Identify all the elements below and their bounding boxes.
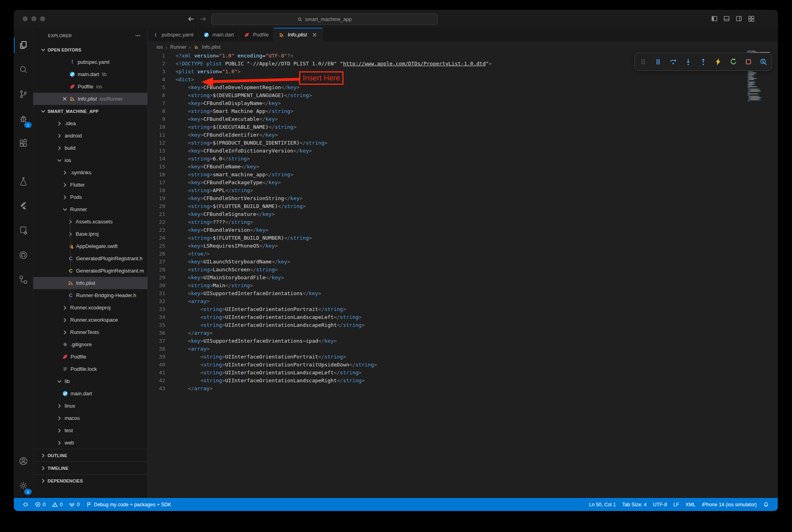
status-item-remote-indicator[interactable] — [19, 498, 32, 511]
open-editors-label: OPEN EDITORS — [48, 48, 81, 52]
status-item-language-mode[interactable]: XML — [682, 502, 699, 507]
section-header-outline[interactable]: OUTLINE — [33, 449, 147, 461]
tree-item-RunnerTests[interactable]: RunnerTests — [33, 326, 147, 338]
tree-item-Pods[interactable]: Pods — [33, 191, 147, 203]
tree-item-linux[interactable]: linux — [33, 400, 147, 412]
tree-item-Base.lproj[interactable]: Base.lproj — [33, 228, 147, 240]
tree-item-Flutter[interactable]: Flutter — [33, 179, 147, 191]
tab-Podfile[interactable]: Podfile — [239, 28, 274, 42]
activity-bar-item-accounts[interactable] — [14, 449, 33, 473]
tree-item-.symlinks[interactable]: .symlinks — [33, 166, 147, 179]
activity-bar-item-extensions[interactable] — [14, 131, 33, 156]
stop-icon[interactable] — [744, 57, 753, 66]
status-item-errors[interactable]: 0 — [32, 498, 49, 511]
close-tab-icon[interactable] — [311, 32, 318, 38]
close-editor-button[interactable] — [60, 95, 69, 102]
traffic-light-minimize[interactable] — [31, 16, 36, 21]
status-item-warnings[interactable]: 0 — [49, 498, 66, 511]
status-item-debug-session[interactable]: Debug my code + packages + SDK — [83, 498, 174, 511]
minimap-line — [747, 96, 775, 97]
tree-item-Runner.xcodeproj[interactable]: Runner.xcodeproj — [33, 301, 147, 314]
activity-bar-item-testing[interactable] — [14, 169, 33, 194]
step-over-icon[interactable] — [669, 57, 677, 66]
status-item-indentation[interactable]: Tab Size: 4 — [619, 502, 650, 507]
tree-item-GeneratedPluginRegistrant.h[interactable]: CGeneratedPluginRegistrant.h — [33, 252, 147, 265]
tree-item-Info.plist[interactable]: Info.plist — [33, 277, 147, 289]
file-label: Info.plist — [78, 96, 97, 102]
tree-item-Runner[interactable]: Runner — [33, 203, 147, 215]
open-editor-pubspec.yaml[interactable]: !pubspec.yaml — [33, 56, 147, 68]
tree-item-macos[interactable]: macos — [33, 412, 147, 424]
activity-bar-item-dart-devtools[interactable] — [14, 218, 33, 243]
tree-item-ios[interactable]: ios — [33, 154, 147, 166]
open-editors-header[interactable]: OPEN EDITORS — [33, 44, 147, 56]
open-editor-Info.plist[interactable]: Info.plistios/Runner — [33, 93, 147, 105]
open-editor-main.dart[interactable]: main.dartlib — [33, 68, 147, 80]
status-item-ports[interactable]: 0 — [66, 498, 83, 511]
plist-icon — [194, 44, 199, 50]
svg-text:C: C — [69, 292, 73, 298]
status-item-cursor-position[interactable]: Ln 50, Col 1 — [586, 502, 619, 507]
status-item-encoding[interactable]: UTF-8 — [650, 502, 670, 507]
traffic-light-zoom[interactable] — [40, 16, 45, 21]
tab-Info.plist[interactable]: Info.plist — [274, 28, 323, 42]
step-out-icon[interactable] — [699, 57, 708, 66]
tree-item-main.dart[interactable]: main.dart — [33, 387, 147, 400]
breadcrumb-file[interactable]: Info.plist — [202, 44, 221, 50]
tree-item-Runner.xcworkspace[interactable]: Runner.xcworkspace — [33, 314, 147, 326]
tree-item-lib[interactable]: lib — [33, 375, 147, 387]
activity-bar-item-explorer[interactable] — [14, 33, 33, 57]
inspector-icon[interactable] — [759, 57, 768, 66]
tree-item-test[interactable]: test — [33, 424, 147, 437]
activity-bar-item-flutter[interactable] — [14, 194, 33, 218]
toggle-panel-icon[interactable] — [723, 15, 730, 22]
section-header-dependencies[interactable]: DEPENDENCIES — [33, 474, 147, 487]
tree-item-android[interactable]: android — [33, 130, 147, 142]
step-into-icon[interactable] — [684, 57, 693, 66]
traffic-light-close[interactable] — [23, 16, 28, 21]
toggle-secondary-sidebar-icon[interactable] — [735, 15, 742, 22]
tree-item-.idea[interactable]: .idea — [33, 117, 147, 130]
tree-item-Podfile.lock[interactable]: Podfile.lock — [33, 363, 147, 375]
code-line: 7 <key>CFBundleDisplayName</key> — [148, 99, 778, 107]
code-editor[interactable]: Insert Here 1<?xml version="1.0" encodin… — [148, 52, 778, 498]
tree-item-Podfile[interactable]: Podfile — [33, 351, 147, 363]
tree-item-AppDelegate.swift[interactable]: AppDelegate.swift — [33, 240, 147, 252]
status-item-flutter-device[interactable]: iPhone 14 (ios simulator) — [699, 502, 760, 507]
breadcrumb[interactable]: ios›Runner›Info.plist — [148, 42, 778, 52]
hot-reload-icon[interactable] — [714, 57, 723, 66]
customize-layout-icon[interactable] — [748, 15, 755, 22]
tab-main.dart[interactable]: main.dart — [198, 28, 239, 42]
activity-bar-item-settings[interactable]: 1 — [14, 473, 33, 498]
restart-icon[interactable] — [729, 57, 738, 66]
tree-item-web[interactable]: web — [33, 437, 147, 449]
status-item-notifications[interactable] — [760, 501, 772, 507]
breadcrumb-segment[interactable]: ios — [156, 44, 163, 50]
command-center-search[interactable]: smart_machine_app — [211, 13, 438, 25]
activity-bar-item-search[interactable] — [14, 57, 33, 82]
activity-bar-item-run-and-debug[interactable]: 1 — [14, 107, 33, 131]
tab-label: main.dart — [212, 32, 234, 38]
tree-item-build[interactable]: build — [33, 142, 147, 154]
open-editor-Podfile[interactable]: Podfileios — [33, 80, 147, 93]
forward-icon[interactable] — [199, 15, 207, 23]
back-icon[interactable] — [187, 15, 195, 23]
breadcrumb-segment[interactable]: Runner — [170, 44, 186, 50]
tree-item-GeneratedPluginRegistrant.m[interactable]: CGeneratedPluginRegistrant.m — [33, 265, 147, 277]
activity-bar-item-github[interactable] — [14, 243, 33, 267]
pause-icon[interactable] — [654, 57, 662, 66]
tree-item-Assets.xcassets[interactable]: Assets.xcassets — [33, 215, 147, 228]
project-header[interactable]: SMART_MACHINE_APP — [33, 105, 147, 117]
toggle-primary-sidebar-icon[interactable] — [711, 15, 718, 22]
tab-pubspec.yaml[interactable]: !pubspec.yaml — [148, 28, 198, 42]
activity-bar-item-references[interactable] — [14, 267, 33, 292]
debug-alt-icon — [86, 501, 92, 507]
section-header-timeline[interactable]: TIMELINE — [33, 461, 147, 474]
status-item-eol[interactable]: LF — [670, 502, 682, 507]
more-actions-icon[interactable] — [135, 32, 141, 39]
activity-bar-item-source-control[interactable] — [14, 82, 33, 107]
tree-item-.gitignore[interactable]: .gitignore — [33, 338, 147, 351]
tree-item-Runner-Bridging-Header.h[interactable]: CRunner-Bridging-Header.h — [33, 289, 147, 301]
error-icon — [35, 501, 41, 507]
badge: 1 — [24, 489, 32, 495]
